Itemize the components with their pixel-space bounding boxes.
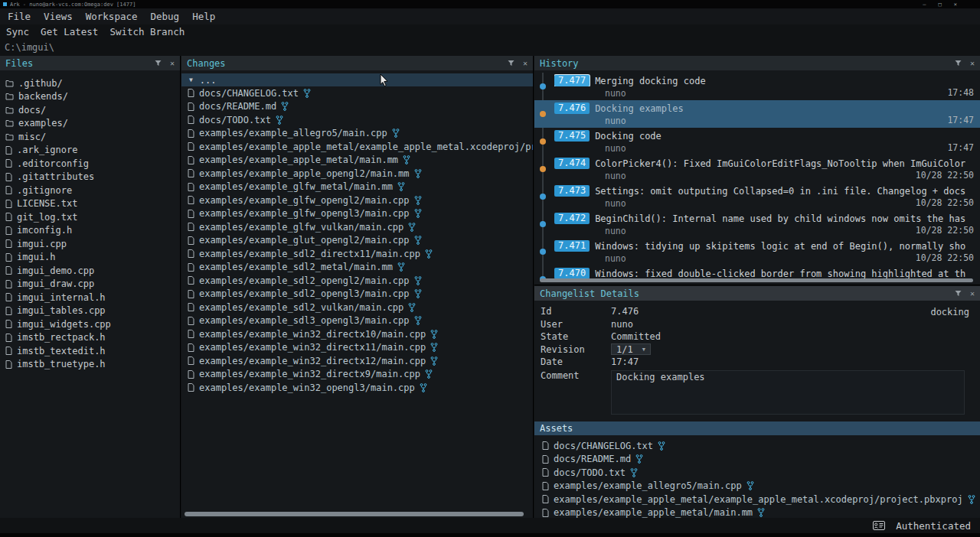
changed-file-row[interactable]: examples/example_sdl2_vulkan/main.cpp [181,301,533,314]
minimize-button[interactable]: — [923,2,926,8]
changed-file-row[interactable]: examples/example_sdl2_metal/main.mm [181,261,533,275]
history-commit-row[interactable]: 7.476Docking examplesnuno17:47 [534,100,980,128]
file-icon [5,253,12,262]
changes-root-row[interactable]: ▼ ... [181,73,533,86]
file-tree-item[interactable]: imstb_rectpack.h [0,331,180,345]
history-commit-row[interactable]: 7.473Settings: omit outputing Collapsed=… [534,183,980,210]
history-commit-row[interactable]: 7.475Docking codenuno17:47 [534,128,980,155]
horizontal-scrollbar[interactable] [185,512,524,516]
file-icon [188,183,194,191]
changed-file-row[interactable]: examples/example_sdl3_opengl3/main.cpp [181,314,533,328]
asset-row[interactable]: docs/CHANGELOG.txt [534,439,980,453]
changed-file-row[interactable]: examples/example_win32_directx10/main.cp… [181,327,533,341]
history-commit-row[interactable]: 7.474ColorPicker4(): Fixed ImGuiColorEdi… [534,155,980,183]
changed-file-row[interactable]: examples/example_glfw_metal/main.mm [181,181,533,194]
close-panel-icon[interactable]: ✕ [970,290,975,298]
comment-label: Comment [541,370,611,415]
changed-file-row[interactable]: docs/README.md [181,100,533,114]
menu-views[interactable]: Views [44,11,73,22]
revision-selector[interactable]: 1/1 ▼ [611,343,651,355]
file-tree-item[interactable]: imgui_tables.cpp [0,304,180,318]
file-tree-item[interactable]: .gitignore [0,184,180,197]
close-panel-icon[interactable]: ✕ [523,60,528,67]
menu-file[interactable]: File [8,11,31,22]
changed-file-row[interactable]: examples/example_win32_directx9/main.cpp [181,368,533,382]
file-icon [5,146,12,155]
changed-file-row[interactable]: examples/example_glut_opengl2/main.cpp [181,234,533,248]
sync-button[interactable]: Sync [6,26,29,37]
asset-row[interactable]: docs/README.md [534,453,980,467]
file-tree-item[interactable]: misc/ [0,130,180,144]
history-commit-row[interactable]: 7.472BeginChild(): Internal name used by… [534,210,980,238]
maximize-button[interactable]: □ [939,2,942,8]
file-tree-item[interactable]: LICENSE.txt [0,197,180,211]
menu-debug[interactable]: Debug [150,11,179,22]
changed-file-row[interactable]: examples/example_glfw_opengl3/main.cpp [181,207,533,221]
changed-file-row[interactable]: examples/example_win32_directx11/main.cp… [181,341,533,355]
horizontal-scrollbar[interactable] [540,278,973,282]
menu-workspace[interactable]: Workspace [86,11,138,22]
file-tree-item[interactable]: .gitattributes [0,171,180,184]
file-tree-item[interactable]: backends/ [0,90,180,104]
changed-file-row[interactable]: examples/example_apple_opengl2/main.mm [181,167,533,181]
file-name: imstb_rectpack.h [17,332,106,343]
file-tree-item[interactable]: imgui_draw.cpp [0,278,180,291]
file-tree-item[interactable]: imgui.h [0,251,180,265]
asset-row[interactable]: examples/example_allegro5/main.cpp [534,480,980,493]
file-tree-item[interactable]: imgui_widgets.cpp [0,317,180,331]
close-button[interactable]: ✕ [954,2,957,8]
file-tree-item[interactable]: .github/ [0,76,180,90]
changed-file-row[interactable]: examples/example_glfw_vulkan/main.cpp [181,220,533,234]
asset-row[interactable]: docs/TODO.txt [534,466,980,480]
file-tree-item[interactable]: imgui.cpp [0,237,180,251]
changed-file-row[interactable]: examples/example_win32_opengl3/main.cpp [181,381,533,395]
changed-file-row[interactable]: examples/example_sdl2_opengl3/main.cpp [181,288,533,301]
changes-list: ▼ ... docs/CHANGELOG.txtdocs/README.mddo… [181,70,533,395]
menu-help[interactable]: Help [192,11,215,22]
file-tree-item[interactable]: .editorconfig [0,157,180,171]
file-icon [188,263,194,272]
filter-icon[interactable] [955,290,962,297]
asset-row[interactable]: examples/example_apple_metal/main.mm [534,506,980,519]
filter-icon[interactable] [155,60,162,67]
assets-panel-header[interactable]: Assets [534,421,980,435]
file-tree-item[interactable]: imstb_truetype.h [0,358,180,372]
switch-branch-button[interactable]: Switch Branch [109,26,185,37]
changed-file-row[interactable]: examples/example_allegro5/main.cpp [181,127,533,141]
get-latest-button[interactable]: Get Latest [41,26,98,37]
file-tree-item[interactable]: examples/ [0,117,180,131]
chevron-down-icon[interactable]: ▼ [189,76,193,83]
changed-file-row[interactable]: examples/example_win32_directx12/main.cp… [181,354,533,368]
file-tree-item[interactable]: git_log.txt [0,210,180,224]
file-tree-item[interactable]: imconfig.h [0,224,180,238]
id-value: 7.476 [611,306,639,317]
commit-time: 17:47 [947,142,974,153]
file-tree-item[interactable]: imgui_demo.cpp [0,264,180,278]
changed-file-path: examples/example_win32_directx9/main.cpp [199,369,420,379]
commit-author: nuno [605,253,626,264]
changed-file-row[interactable]: examples/example_apple_metal/example_app… [181,140,533,154]
comment-field[interactable]: Docking examples [611,370,965,415]
filter-icon[interactable] [955,60,962,67]
changed-file-row[interactable]: examples/example_sdl2_directx11/main.cpp [181,247,533,261]
id-badge-icon [873,521,885,530]
file-tree-item[interactable]: imstb_textedit.h [0,344,180,358]
file-tree-item[interactable]: .ark_ignore [0,144,180,158]
changed-file-row[interactable]: docs/TODO.txt [181,113,533,127]
changed-file-row[interactable]: examples/example_glfw_opengl2/main.cpp [181,194,533,207]
changed-file-row[interactable]: examples/example_apple_metal/main.mm [181,154,533,168]
close-panel-icon[interactable]: ✕ [970,60,975,67]
file-tree-item[interactable]: imgui_internal.h [0,291,180,304]
history-commit-row[interactable]: 7.471Windows: tidying up skipitems logic… [534,238,980,265]
file-icon [542,468,549,477]
changed-file-row[interactable]: docs/CHANGELOG.txt [181,86,533,100]
revision-badge: 7.472 [554,213,590,224]
changed-file-path: examples/example_apple_metal/example_app… [199,142,533,152]
close-panel-icon[interactable]: ✕ [170,60,175,67]
asset-row[interactable]: examples/example_apple_metal/example_app… [534,493,980,506]
branch-icon [430,356,438,366]
filter-icon[interactable] [508,60,514,67]
history-commit-row[interactable]: 7.477Merging docking codenuno17:48 [534,73,980,100]
changed-file-row[interactable]: examples/example_sdl2_opengl2/main.cpp [181,274,533,288]
file-tree-item[interactable]: docs/ [0,103,180,117]
